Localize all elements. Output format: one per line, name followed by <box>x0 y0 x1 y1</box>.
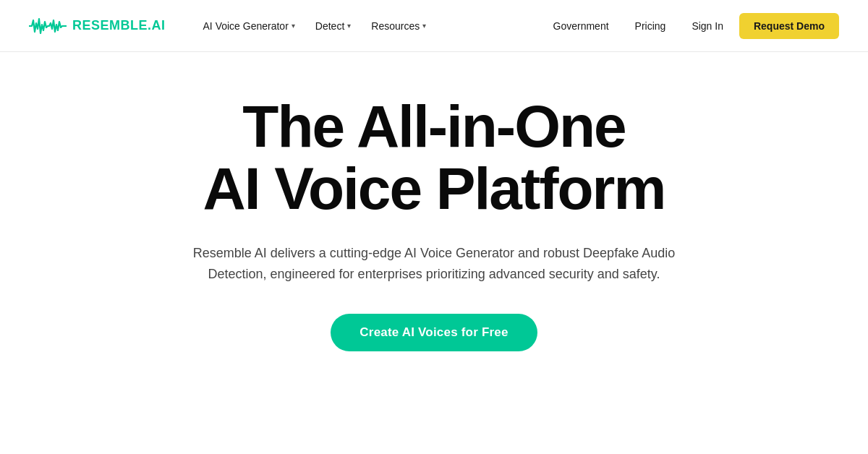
nav-links: AI Voice Generator ▾ Detect ▾ Resources … <box>195 14 435 38</box>
chevron-down-icon: ▾ <box>292 22 295 30</box>
hero-subtitle: Resemble AI delivers a cutting-edge AI V… <box>181 243 687 285</box>
navbar: RESEMBLE.AI AI Voice Generator ▾ Detect … <box>0 0 868 52</box>
request-demo-button[interactable]: Request Demo <box>739 13 839 39</box>
nav-signin-link[interactable]: Sign In <box>681 14 733 38</box>
logo-waveform-icon <box>29 16 67 36</box>
hero-cta-button[interactable]: Create AI Voices for Free <box>331 314 537 351</box>
chevron-down-icon: ▾ <box>422 22 426 30</box>
nav-item-resources[interactable]: Resources ▾ <box>362 14 435 38</box>
chevron-down-icon: ▾ <box>347 22 351 30</box>
nav-item-detect[interactable]: Detect ▾ <box>307 14 359 38</box>
hero-title: The All-in-One AI Voice Platform <box>203 95 665 220</box>
navbar-left: RESEMBLE.AI AI Voice Generator ▾ Detect … <box>29 14 435 38</box>
nav-item-label: Detect <box>315 20 344 32</box>
hero-title-line2: AI Voice Platform <box>203 155 665 221</box>
logo[interactable]: RESEMBLE.AI <box>29 16 166 36</box>
nav-item-voice-generator[interactable]: AI Voice Generator ▾ <box>195 14 304 38</box>
hero-section: The All-in-One AI Voice Platform Resembl… <box>0 52 868 380</box>
nav-government-link[interactable]: Government <box>543 14 619 38</box>
logo-text: RESEMBLE.AI <box>72 18 166 33</box>
hero-title-line1: The All-in-One <box>242 93 625 159</box>
nav-pricing-link[interactable]: Pricing <box>625 14 676 38</box>
navbar-right: Government Pricing Sign In Request Demo <box>543 13 839 39</box>
nav-item-label: AI Voice Generator <box>203 20 289 32</box>
nav-item-label: Resources <box>371 20 420 32</box>
